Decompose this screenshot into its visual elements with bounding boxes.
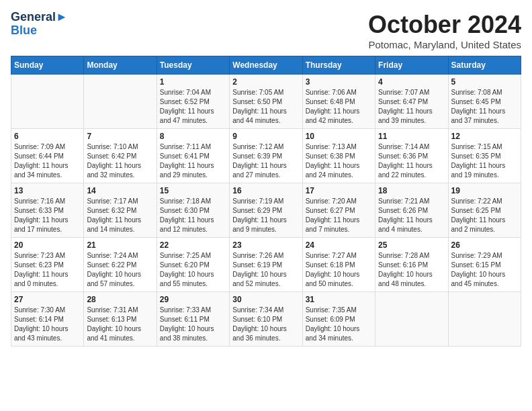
cell-info: Sunrise: 7:09 AMSunset: 6:44 PMDaylight:… [14, 142, 81, 180]
calendar-cell [84, 75, 157, 129]
cell-info: Sunrise: 7:22 AMSunset: 6:25 PMDaylight:… [451, 197, 518, 234]
calendar-week-5: 27Sunrise: 7:30 AMSunset: 6:14 PMDayligh… [11, 292, 521, 347]
calendar-cell: 2Sunrise: 7:05 AMSunset: 6:50 PMDaylight… [230, 75, 302, 129]
cell-info: Sunrise: 7:04 AMSunset: 6:52 PMDaylight:… [160, 88, 226, 126]
day-number: 14 [87, 186, 153, 195]
cell-info: Sunrise: 7:18 AMSunset: 6:30 PMDaylight:… [160, 197, 226, 234]
location: Potomac, Maryland, United States [368, 39, 521, 50]
day-number: 10 [306, 132, 372, 141]
cell-info: Sunrise: 7:29 AMSunset: 6:15 PMDaylight:… [451, 251, 518, 289]
calendar-cell: 22Sunrise: 7:25 AMSunset: 6:20 PMDayligh… [157, 238, 229, 292]
title-area: October 2024 Potomac, Maryland, United S… [368, 11, 521, 50]
cell-info: Sunrise: 7:06 AMSunset: 6:48 PMDaylight:… [306, 88, 372, 126]
cell-info: Sunrise: 7:25 AMSunset: 6:20 PMDaylight:… [160, 251, 226, 289]
calendar-cell: 23Sunrise: 7:26 AMSunset: 6:19 PMDayligh… [230, 238, 302, 292]
cell-info: Sunrise: 7:12 AMSunset: 6:39 PMDaylight:… [232, 142, 299, 180]
cell-info: Sunrise: 7:13 AMSunset: 6:38 PMDaylight:… [306, 142, 372, 180]
calendar-cell [11, 75, 84, 129]
cell-info: Sunrise: 7:23 AMSunset: 6:23 PMDaylight:… [14, 251, 81, 289]
calendar-week-3: 13Sunrise: 7:16 AMSunset: 6:33 PMDayligh… [11, 183, 521, 238]
day-number: 28 [87, 295, 153, 304]
calendar-cell: 27Sunrise: 7:30 AMSunset: 6:14 PMDayligh… [11, 292, 84, 347]
calendar-cell [375, 292, 448, 347]
logo: General► Blue [11, 11, 68, 38]
calendar-cell: 26Sunrise: 7:29 AMSunset: 6:15 PMDayligh… [448, 238, 521, 292]
calendar-week-2: 6Sunrise: 7:09 AMSunset: 6:44 PMDaylight… [11, 129, 521, 183]
calendar-cell: 28Sunrise: 7:31 AMSunset: 6:13 PMDayligh… [84, 292, 157, 347]
header-thursday: Thursday [302, 56, 375, 75]
calendar-cell: 30Sunrise: 7:34 AMSunset: 6:10 PMDayligh… [230, 292, 302, 347]
logo-text-line1: General► [11, 11, 68, 24]
calendar-cell: 6Sunrise: 7:09 AMSunset: 6:44 PMDaylight… [11, 129, 84, 183]
cell-info: Sunrise: 7:10 AMSunset: 6:42 PMDaylight:… [87, 142, 153, 180]
day-number: 22 [160, 240, 226, 250]
calendar-cell: 25Sunrise: 7:28 AMSunset: 6:16 PMDayligh… [375, 238, 448, 292]
header-sunday: Sunday [11, 56, 84, 75]
calendar-cell: 19Sunrise: 7:22 AMSunset: 6:25 PMDayligh… [448, 183, 521, 238]
calendar-cell: 16Sunrise: 7:19 AMSunset: 6:29 PMDayligh… [230, 183, 302, 238]
header-friday: Friday [375, 56, 448, 75]
cell-info: Sunrise: 7:21 AMSunset: 6:26 PMDaylight:… [378, 197, 445, 234]
day-number: 12 [451, 132, 518, 141]
cell-info: Sunrise: 7:30 AMSunset: 6:14 PMDaylight:… [14, 306, 81, 343]
calendar-cell: 15Sunrise: 7:18 AMSunset: 6:30 PMDayligh… [157, 183, 229, 238]
day-number: 23 [232, 240, 299, 250]
page-header: General► Blue October 2024 Potomac, Mary… [11, 11, 521, 50]
cell-info: Sunrise: 7:20 AMSunset: 6:27 PMDaylight:… [306, 197, 372, 234]
day-number: 3 [306, 77, 372, 87]
cell-info: Sunrise: 7:24 AMSunset: 6:22 PMDaylight:… [87, 251, 153, 289]
calendar-cell: 11Sunrise: 7:14 AMSunset: 6:36 PMDayligh… [375, 129, 448, 183]
cell-info: Sunrise: 7:14 AMSunset: 6:36 PMDaylight:… [378, 142, 445, 180]
calendar-cell: 13Sunrise: 7:16 AMSunset: 6:33 PMDayligh… [11, 183, 84, 238]
day-number: 31 [306, 295, 372, 304]
calendar-cell: 31Sunrise: 7:35 AMSunset: 6:09 PMDayligh… [302, 292, 375, 347]
header-monday: Monday [84, 56, 157, 75]
day-number: 18 [378, 186, 445, 195]
calendar-cell: 20Sunrise: 7:23 AMSunset: 6:23 PMDayligh… [11, 238, 84, 292]
cell-info: Sunrise: 7:28 AMSunset: 6:16 PMDaylight:… [378, 251, 445, 289]
cell-info: Sunrise: 7:19 AMSunset: 6:29 PMDaylight:… [232, 197, 299, 234]
calendar-cell: 3Sunrise: 7:06 AMSunset: 6:48 PMDaylight… [302, 75, 375, 129]
calendar-cell: 5Sunrise: 7:08 AMSunset: 6:45 PMDaylight… [448, 75, 521, 129]
calendar-header-row: SundayMondayTuesdayWednesdayThursdayFrid… [11, 56, 521, 75]
cell-info: Sunrise: 7:31 AMSunset: 6:13 PMDaylight:… [87, 306, 153, 343]
cell-info: Sunrise: 7:35 AMSunset: 6:09 PMDaylight:… [306, 306, 372, 343]
logo-text-line2: Blue [11, 24, 68, 38]
day-number: 19 [451, 186, 518, 195]
calendar-cell: 18Sunrise: 7:21 AMSunset: 6:26 PMDayligh… [375, 183, 448, 238]
day-number: 20 [14, 240, 81, 250]
calendar-cell: 17Sunrise: 7:20 AMSunset: 6:27 PMDayligh… [302, 183, 375, 238]
cell-info: Sunrise: 7:15 AMSunset: 6:35 PMDaylight:… [451, 142, 518, 180]
header-saturday: Saturday [448, 56, 521, 75]
day-number: 17 [306, 186, 372, 195]
calendar-cell: 4Sunrise: 7:07 AMSunset: 6:47 PMDaylight… [375, 75, 448, 129]
cell-info: Sunrise: 7:27 AMSunset: 6:18 PMDaylight:… [306, 251, 372, 289]
day-number: 1 [160, 77, 226, 87]
calendar-cell: 9Sunrise: 7:12 AMSunset: 6:39 PMDaylight… [230, 129, 302, 183]
calendar-table: SundayMondayTuesdayWednesdayThursdayFrid… [11, 56, 521, 347]
calendar-cell: 8Sunrise: 7:11 AMSunset: 6:41 PMDaylight… [157, 129, 229, 183]
header-tuesday: Tuesday [157, 56, 229, 75]
cell-info: Sunrise: 7:34 AMSunset: 6:10 PMDaylight:… [232, 306, 299, 343]
calendar-cell [448, 292, 521, 347]
cell-info: Sunrise: 7:33 AMSunset: 6:11 PMDaylight:… [160, 306, 226, 343]
day-number: 16 [232, 186, 299, 195]
day-number: 9 [232, 132, 299, 141]
day-number: 26 [451, 240, 518, 250]
day-number: 29 [160, 295, 226, 304]
day-number: 11 [378, 132, 445, 141]
calendar-cell: 12Sunrise: 7:15 AMSunset: 6:35 PMDayligh… [448, 129, 521, 183]
day-number: 8 [160, 132, 226, 141]
day-number: 30 [232, 295, 299, 304]
calendar-week-4: 20Sunrise: 7:23 AMSunset: 6:23 PMDayligh… [11, 238, 521, 292]
day-number: 2 [232, 77, 299, 87]
cell-info: Sunrise: 7:07 AMSunset: 6:47 PMDaylight:… [378, 88, 445, 126]
day-number: 21 [87, 240, 153, 250]
calendar-cell: 29Sunrise: 7:33 AMSunset: 6:11 PMDayligh… [157, 292, 229, 347]
calendar-cell: 1Sunrise: 7:04 AMSunset: 6:52 PMDaylight… [157, 75, 229, 129]
header-wednesday: Wednesday [230, 56, 302, 75]
day-number: 4 [378, 77, 445, 87]
calendar-cell: 7Sunrise: 7:10 AMSunset: 6:42 PMDaylight… [84, 129, 157, 183]
cell-info: Sunrise: 7:16 AMSunset: 6:33 PMDaylight:… [14, 197, 81, 234]
calendar-cell: 24Sunrise: 7:27 AMSunset: 6:18 PMDayligh… [302, 238, 375, 292]
